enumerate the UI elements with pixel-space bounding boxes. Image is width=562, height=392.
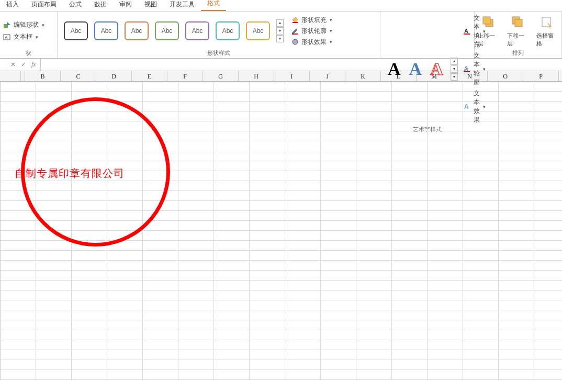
cell[interactable] bbox=[250, 310, 285, 320]
cell[interactable] bbox=[285, 271, 321, 281]
tab-format[interactable]: 格式 bbox=[201, 0, 226, 11]
bring-forward-button[interactable]: 上移一层 bbox=[478, 15, 500, 48]
cell[interactable] bbox=[356, 82, 392, 92]
cell[interactable] bbox=[1, 82, 36, 92]
cell[interactable] bbox=[178, 281, 214, 290]
cell[interactable] bbox=[534, 350, 562, 360]
cell[interactable] bbox=[285, 241, 321, 251]
cell[interactable] bbox=[214, 330, 250, 340]
cell[interactable] bbox=[285, 92, 321, 102]
cell[interactable] bbox=[250, 131, 285, 141]
cell[interactable] bbox=[428, 310, 463, 320]
cell[interactable] bbox=[499, 310, 534, 320]
cell[interactable] bbox=[356, 211, 392, 221]
cell[interactable] bbox=[499, 171, 534, 181]
cell[interactable] bbox=[285, 191, 321, 201]
cell[interactable] bbox=[178, 271, 214, 281]
wordart-scroll-down[interactable]: ▾ bbox=[451, 65, 458, 73]
cell[interactable] bbox=[392, 151, 428, 161]
shape-style-preset[interactable]: Abc bbox=[246, 21, 270, 40]
cell[interactable] bbox=[1, 370, 36, 380]
cell[interactable] bbox=[214, 102, 250, 111]
column-header[interactable]: K bbox=[345, 71, 381, 81]
cell[interactable] bbox=[499, 131, 534, 141]
cell[interactable] bbox=[1, 271, 36, 281]
cell[interactable] bbox=[463, 201, 499, 211]
cell[interactable] bbox=[143, 281, 178, 290]
cell[interactable] bbox=[534, 191, 562, 201]
tab-data[interactable]: 数据 bbox=[88, 0, 113, 11]
shape-text[interactable]: 自制专属印章有限公司 bbox=[15, 166, 125, 181]
cell[interactable] bbox=[36, 82, 72, 92]
cell[interactable] bbox=[143, 300, 178, 310]
cell[interactable] bbox=[534, 231, 562, 241]
cell[interactable] bbox=[36, 271, 72, 281]
cell[interactable] bbox=[178, 251, 214, 261]
cell[interactable] bbox=[499, 241, 534, 251]
cell[interactable] bbox=[356, 92, 392, 102]
shape-style-preset[interactable]: Abc bbox=[185, 21, 209, 40]
cell[interactable] bbox=[250, 241, 285, 251]
cell[interactable] bbox=[214, 151, 250, 161]
shape-outline-button[interactable]: 形状轮廓 ▾ bbox=[291, 27, 343, 36]
cell[interactable] bbox=[499, 340, 534, 350]
cell[interactable] bbox=[499, 181, 534, 191]
cell[interactable] bbox=[36, 360, 72, 370]
cell[interactable] bbox=[499, 290, 534, 300]
cell[interactable] bbox=[356, 111, 392, 121]
cell[interactable] bbox=[178, 261, 214, 271]
cell[interactable] bbox=[285, 370, 321, 380]
cell[interactable] bbox=[72, 350, 107, 360]
cell[interactable] bbox=[285, 171, 321, 181]
gallery-more[interactable]: ▾ bbox=[276, 35, 284, 42]
cell[interactable] bbox=[1, 350, 36, 360]
cell[interactable] bbox=[463, 191, 499, 201]
column-header[interactable] bbox=[21, 71, 25, 81]
cell[interactable] bbox=[107, 281, 143, 290]
cell[interactable] bbox=[499, 281, 534, 290]
cell[interactable] bbox=[428, 370, 463, 380]
cell[interactable] bbox=[499, 161, 534, 171]
cell[interactable] bbox=[250, 360, 285, 370]
cell[interactable] bbox=[214, 201, 250, 211]
cell[interactable] bbox=[499, 191, 534, 201]
cell[interactable] bbox=[1, 261, 36, 271]
cell[interactable] bbox=[356, 181, 392, 191]
cell[interactable] bbox=[392, 261, 428, 271]
cell[interactable] bbox=[214, 161, 250, 171]
cell[interactable] bbox=[499, 251, 534, 261]
cell[interactable] bbox=[36, 241, 72, 251]
cell[interactable] bbox=[178, 121, 214, 131]
cell[interactable] bbox=[428, 171, 463, 181]
cell[interactable] bbox=[214, 310, 250, 320]
cell[interactable] bbox=[178, 370, 214, 380]
cell[interactable] bbox=[36, 92, 72, 102]
cell[interactable] bbox=[428, 241, 463, 251]
cell[interactable] bbox=[321, 251, 356, 261]
cell[interactable] bbox=[392, 141, 428, 151]
cell[interactable] bbox=[356, 231, 392, 241]
cell[interactable] bbox=[428, 290, 463, 300]
cell[interactable] bbox=[428, 92, 463, 102]
cell[interactable] bbox=[392, 211, 428, 221]
cell[interactable] bbox=[285, 211, 321, 221]
cell[interactable] bbox=[428, 261, 463, 271]
column-header[interactable]: I bbox=[274, 71, 310, 81]
cell[interactable] bbox=[250, 171, 285, 181]
cell[interactable] bbox=[250, 281, 285, 290]
cell[interactable] bbox=[36, 330, 72, 340]
cell[interactable] bbox=[1, 281, 36, 290]
cell[interactable] bbox=[392, 300, 428, 310]
edit-shape-button[interactable]: 编辑形状 ▾ bbox=[3, 20, 44, 29]
cell[interactable] bbox=[321, 102, 356, 111]
cell[interactable] bbox=[214, 340, 250, 350]
cell[interactable] bbox=[214, 211, 250, 221]
cell[interactable] bbox=[499, 320, 534, 330]
cell[interactable] bbox=[463, 271, 499, 281]
cell[interactable] bbox=[72, 330, 107, 340]
cell[interactable] bbox=[1, 102, 36, 111]
cell[interactable] bbox=[392, 350, 428, 360]
cell[interactable] bbox=[143, 271, 178, 281]
cell[interactable] bbox=[285, 350, 321, 360]
wordart-style-2[interactable]: A bbox=[409, 59, 422, 79]
